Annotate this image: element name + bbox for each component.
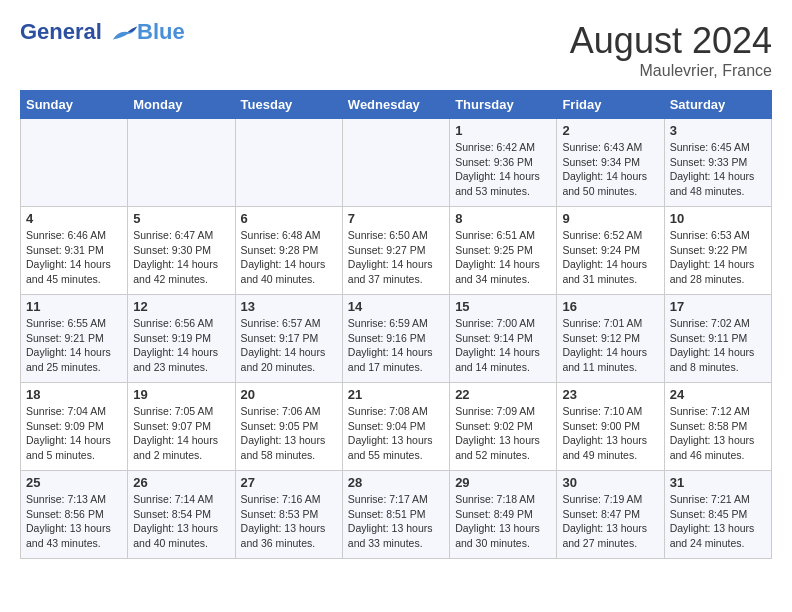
day-cell: [128, 119, 235, 207]
day-number: 12: [133, 299, 229, 314]
day-info: Sunrise: 6:59 AM Sunset: 9:16 PM Dayligh…: [348, 316, 444, 375]
col-header-wednesday: Wednesday: [342, 91, 449, 119]
day-info: Sunrise: 6:50 AM Sunset: 9:27 PM Dayligh…: [348, 228, 444, 287]
col-header-monday: Monday: [128, 91, 235, 119]
day-info: Sunrise: 7:14 AM Sunset: 8:54 PM Dayligh…: [133, 492, 229, 551]
day-cell: 30Sunrise: 7:19 AM Sunset: 8:47 PM Dayli…: [557, 471, 664, 559]
calendar-table: SundayMondayTuesdayWednesdayThursdayFrid…: [20, 90, 772, 559]
day-info: Sunrise: 6:56 AM Sunset: 9:19 PM Dayligh…: [133, 316, 229, 375]
header-row: SundayMondayTuesdayWednesdayThursdayFrid…: [21, 91, 772, 119]
col-header-saturday: Saturday: [664, 91, 771, 119]
day-number: 29: [455, 475, 551, 490]
day-info: Sunrise: 6:51 AM Sunset: 9:25 PM Dayligh…: [455, 228, 551, 287]
col-header-thursday: Thursday: [450, 91, 557, 119]
week-row-3: 11Sunrise: 6:55 AM Sunset: 9:21 PM Dayli…: [21, 295, 772, 383]
day-cell: 2Sunrise: 6:43 AM Sunset: 9:34 PM Daylig…: [557, 119, 664, 207]
day-cell: 25Sunrise: 7:13 AM Sunset: 8:56 PM Dayli…: [21, 471, 128, 559]
day-number: 17: [670, 299, 766, 314]
logo-blue-text: Blue: [137, 20, 185, 44]
day-info: Sunrise: 6:53 AM Sunset: 9:22 PM Dayligh…: [670, 228, 766, 287]
day-info: Sunrise: 6:52 AM Sunset: 9:24 PM Dayligh…: [562, 228, 658, 287]
day-info: Sunrise: 7:16 AM Sunset: 8:53 PM Dayligh…: [241, 492, 337, 551]
day-number: 26: [133, 475, 229, 490]
day-cell: 23Sunrise: 7:10 AM Sunset: 9:00 PM Dayli…: [557, 383, 664, 471]
day-cell: 8Sunrise: 6:51 AM Sunset: 9:25 PM Daylig…: [450, 207, 557, 295]
day-info: Sunrise: 7:19 AM Sunset: 8:47 PM Dayligh…: [562, 492, 658, 551]
day-number: 13: [241, 299, 337, 314]
logo-text: General: [20, 20, 139, 44]
day-cell: 7Sunrise: 6:50 AM Sunset: 9:27 PM Daylig…: [342, 207, 449, 295]
day-cell: 10Sunrise: 6:53 AM Sunset: 9:22 PM Dayli…: [664, 207, 771, 295]
day-cell: 17Sunrise: 7:02 AM Sunset: 9:11 PM Dayli…: [664, 295, 771, 383]
day-info: Sunrise: 7:13 AM Sunset: 8:56 PM Dayligh…: [26, 492, 122, 551]
day-info: Sunrise: 7:21 AM Sunset: 8:45 PM Dayligh…: [670, 492, 766, 551]
day-number: 18: [26, 387, 122, 402]
day-cell: 6Sunrise: 6:48 AM Sunset: 9:28 PM Daylig…: [235, 207, 342, 295]
day-number: 14: [348, 299, 444, 314]
day-info: Sunrise: 7:06 AM Sunset: 9:05 PM Dayligh…: [241, 404, 337, 463]
day-info: Sunrise: 7:10 AM Sunset: 9:00 PM Dayligh…: [562, 404, 658, 463]
day-info: Sunrise: 7:04 AM Sunset: 9:09 PM Dayligh…: [26, 404, 122, 463]
week-row-5: 25Sunrise: 7:13 AM Sunset: 8:56 PM Dayli…: [21, 471, 772, 559]
day-info: Sunrise: 7:02 AM Sunset: 9:11 PM Dayligh…: [670, 316, 766, 375]
day-info: Sunrise: 6:48 AM Sunset: 9:28 PM Dayligh…: [241, 228, 337, 287]
week-row-2: 4Sunrise: 6:46 AM Sunset: 9:31 PM Daylig…: [21, 207, 772, 295]
logo: General Blue: [20, 20, 185, 44]
day-number: 6: [241, 211, 337, 226]
day-cell: [235, 119, 342, 207]
day-cell: 13Sunrise: 6:57 AM Sunset: 9:17 PM Dayli…: [235, 295, 342, 383]
day-cell: 16Sunrise: 7:01 AM Sunset: 9:12 PM Dayli…: [557, 295, 664, 383]
day-cell: 14Sunrise: 6:59 AM Sunset: 9:16 PM Dayli…: [342, 295, 449, 383]
day-number: 11: [26, 299, 122, 314]
day-cell: 5Sunrise: 6:47 AM Sunset: 9:30 PM Daylig…: [128, 207, 235, 295]
day-number: 30: [562, 475, 658, 490]
day-info: Sunrise: 6:43 AM Sunset: 9:34 PM Dayligh…: [562, 140, 658, 199]
day-number: 16: [562, 299, 658, 314]
day-number: 15: [455, 299, 551, 314]
day-number: 4: [26, 211, 122, 226]
day-number: 2: [562, 123, 658, 138]
day-info: Sunrise: 6:47 AM Sunset: 9:30 PM Dayligh…: [133, 228, 229, 287]
month-title: August 2024: [570, 20, 772, 62]
day-cell: 15Sunrise: 7:00 AM Sunset: 9:14 PM Dayli…: [450, 295, 557, 383]
day-info: Sunrise: 6:46 AM Sunset: 9:31 PM Dayligh…: [26, 228, 122, 287]
day-cell: 19Sunrise: 7:05 AM Sunset: 9:07 PM Dayli…: [128, 383, 235, 471]
day-cell: 12Sunrise: 6:56 AM Sunset: 9:19 PM Dayli…: [128, 295, 235, 383]
day-number: 20: [241, 387, 337, 402]
day-number: 21: [348, 387, 444, 402]
day-number: 24: [670, 387, 766, 402]
page-header: General Blue August 2024 Maulevrier, Fra…: [20, 20, 772, 80]
logo-bird-icon: [111, 22, 139, 44]
day-cell: 4Sunrise: 6:46 AM Sunset: 9:31 PM Daylig…: [21, 207, 128, 295]
day-info: Sunrise: 6:45 AM Sunset: 9:33 PM Dayligh…: [670, 140, 766, 199]
day-cell: [342, 119, 449, 207]
day-cell: 22Sunrise: 7:09 AM Sunset: 9:02 PM Dayli…: [450, 383, 557, 471]
week-row-1: 1Sunrise: 6:42 AM Sunset: 9:36 PM Daylig…: [21, 119, 772, 207]
day-number: 23: [562, 387, 658, 402]
day-cell: 27Sunrise: 7:16 AM Sunset: 8:53 PM Dayli…: [235, 471, 342, 559]
location: Maulevrier, France: [570, 62, 772, 80]
day-cell: 18Sunrise: 7:04 AM Sunset: 9:09 PM Dayli…: [21, 383, 128, 471]
day-cell: 26Sunrise: 7:14 AM Sunset: 8:54 PM Dayli…: [128, 471, 235, 559]
day-cell: 28Sunrise: 7:17 AM Sunset: 8:51 PM Dayli…: [342, 471, 449, 559]
day-number: 8: [455, 211, 551, 226]
day-info: Sunrise: 7:05 AM Sunset: 9:07 PM Dayligh…: [133, 404, 229, 463]
day-cell: 21Sunrise: 7:08 AM Sunset: 9:04 PM Dayli…: [342, 383, 449, 471]
week-row-4: 18Sunrise: 7:04 AM Sunset: 9:09 PM Dayli…: [21, 383, 772, 471]
day-number: 3: [670, 123, 766, 138]
day-cell: [21, 119, 128, 207]
day-number: 28: [348, 475, 444, 490]
col-header-tuesday: Tuesday: [235, 91, 342, 119]
day-info: Sunrise: 7:08 AM Sunset: 9:04 PM Dayligh…: [348, 404, 444, 463]
day-info: Sunrise: 6:42 AM Sunset: 9:36 PM Dayligh…: [455, 140, 551, 199]
day-cell: 31Sunrise: 7:21 AM Sunset: 8:45 PM Dayli…: [664, 471, 771, 559]
day-number: 5: [133, 211, 229, 226]
day-info: Sunrise: 7:12 AM Sunset: 8:58 PM Dayligh…: [670, 404, 766, 463]
col-header-friday: Friday: [557, 91, 664, 119]
day-number: 10: [670, 211, 766, 226]
day-info: Sunrise: 6:55 AM Sunset: 9:21 PM Dayligh…: [26, 316, 122, 375]
day-number: 22: [455, 387, 551, 402]
day-cell: 11Sunrise: 6:55 AM Sunset: 9:21 PM Dayli…: [21, 295, 128, 383]
day-number: 7: [348, 211, 444, 226]
day-number: 1: [455, 123, 551, 138]
